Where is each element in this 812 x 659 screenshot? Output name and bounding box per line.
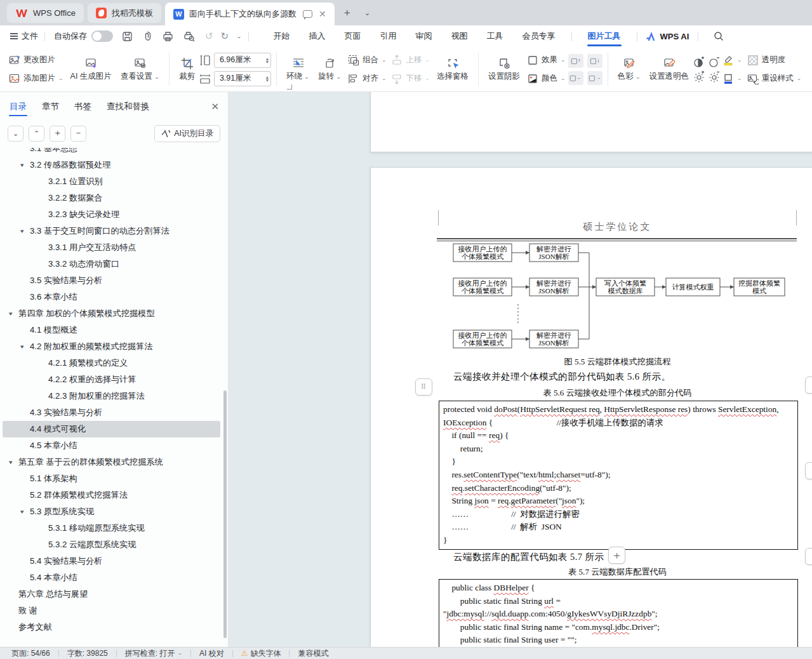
file-menu[interactable]: 文件 [10,25,38,47]
tone-button[interactable]: 色彩 ⌄ [613,51,645,87]
menu-insert[interactable]: 插入 [300,30,335,42]
toc-item[interactable]: ▼3.3 基于交互时间窗口的动态分割算法 [3,223,220,239]
ai-generate-picture-button[interactable]: AI 生成图片 [66,51,116,87]
new-tab-button[interactable]: ＋ [339,4,356,21]
wrap-dropdown-icon[interactable]: ⌄ [304,74,309,80]
search-icon[interactable] [714,25,724,47]
toc-item[interactable]: 5.4 本章小结 [3,569,220,586]
group-button[interactable]: 组合 ⌄ [345,53,389,68]
color-dropdown-icon[interactable]: ⌄ [561,76,566,81]
sidebar-tab-bookmarks[interactable]: 书签 [74,93,92,121]
change-picture-button[interactable]: 更改图片 [6,53,66,68]
menu-reference[interactable]: 引用 [371,30,406,42]
toc-item[interactable]: 5.1 体系架构 [3,470,220,487]
autosave-toggle[interactable] [91,30,113,42]
effects-button[interactable]: 效果 ⌄ [524,53,568,68]
toc-collapse-arrow-icon[interactable]: ▼ [19,229,26,234]
menu-page[interactable]: 页面 [335,30,371,42]
toc-item[interactable]: 5.3.2 云端原型系统实现 [3,536,220,553]
toc-collapse-arrow-icon[interactable]: ▼ [19,163,26,168]
word-count[interactable]: 字数: 39825 [67,648,108,659]
toc-item[interactable]: 3.2.1 位置识别 [3,173,220,190]
ai-recognize-toc-button[interactable]: AI识别目录 [154,125,220,142]
add-picture-button[interactable]: 添加图片 ⌄ [6,71,66,86]
toc-item[interactable]: 3.6 本章小结 [3,289,220,305]
toc-item[interactable]: 致 谢 [3,602,220,619]
page-current[interactable]: 硕士学位论文 接收用户上传的个体频繁模式解密并进行JSON解析接收用户上传的个体… [370,167,812,647]
sidebar-tab-toc[interactable]: 目录 [9,93,27,121]
transparency-button[interactable]: 透明度 [745,53,804,68]
toc-item[interactable]: ▼第五章 基于云的群体频繁模式挖掘系统 [3,454,220,470]
toc-collapse-arrow-icon[interactable]: ▼ [19,509,26,515]
toc-expand-down-button[interactable]: ⌄ [8,126,23,142]
tone-dropdown-icon[interactable]: ⌄ [636,74,641,80]
toc-collapse-up-button[interactable]: ⌃ [29,126,44,142]
toc-item[interactable]: 4.5 本章小结 [3,437,220,454]
decrease-brightness-button[interactable] [709,71,720,83]
selection-pane-button[interactable]: 选择窗格 [432,51,473,87]
increase-width-button[interactable]: ▢→ [587,71,602,85]
undo-icon[interactable]: ↺ [205,30,213,42]
size-dialog-launcher-icon[interactable] [287,84,292,90]
toc-item[interactable]: 3.3.1 用户交互活动特点 [3,239,220,256]
picture-width-input[interactable] [214,71,271,86]
toc-item[interactable]: 5.3.1 移动端原型系统实现 [3,520,220,536]
menu-view[interactable]: 视图 [442,30,477,42]
ai-proofread-button[interactable]: AI 校对 [199,648,224,659]
menu-home[interactable]: 开始 [264,30,300,42]
increase-height-button[interactable]: ▢↑ [568,54,583,68]
toc-item[interactable]: 4.4 模式可视化 [3,421,220,437]
redo-icon[interactable]: ↻ [221,30,229,42]
border-color-dropdown-icon[interactable]: ⌄ [737,76,742,81]
page-indicator[interactable]: 页面: 54/66 [11,648,50,659]
toc-item[interactable]: ▼4.2 附加权重的频繁模式挖掘算法 [3,338,220,355]
toc-item[interactable]: 4.3 实验结果与分析 [3,404,220,421]
toc-item[interactable]: 3.2.2 数据聚合 [3,190,220,206]
view-settings-dropdown-icon[interactable]: ⌄ [154,74,159,80]
menu-tools[interactable]: 工具 [477,30,513,42]
toc-item[interactable]: 3.5 实验结果与分析 [3,272,220,289]
insert-row-plus-button[interactable]: ＋ [608,547,625,564]
wrap-button[interactable]: 环绕 ⌄ [282,51,314,87]
width-spinner[interactable]: ▲▼ [263,76,271,82]
spellcheck-status[interactable]: 拼写检查: 打开⌄ [125,648,182,659]
border-color-button[interactable]: ⌄ [720,71,745,86]
save-icon[interactable] [122,31,133,42]
undo-history-dropdown-icon[interactable]: ⌄ [236,34,241,39]
toc-item[interactable]: 3.1 基本思想 [3,148,220,157]
sidebar-close-icon[interactable]: ✕ [211,101,219,112]
align-button[interactable]: 对齐 ⌄ [345,71,389,86]
group-dropdown-icon[interactable]: ⌄ [382,58,387,63]
toc-collapse-arrow-icon[interactable]: ▼ [8,460,15,465]
menu-membership[interactable]: 会员专享 [513,30,565,42]
side-tool-button[interactable] [805,376,812,394]
toc-collapse-arrow-icon[interactable]: ▼ [8,311,15,317]
toc-collapse-arrow-icon[interactable]: ▼ [19,344,26,350]
rotate-dropdown-icon[interactable]: ⌄ [336,74,341,80]
toc-item[interactable]: 3.2.3 缺失记录处理 [3,206,220,223]
spellcheck-dropdown-icon[interactable]: ⌄ [177,651,182,656]
add-picture-dropdown-icon[interactable]: ⌄ [58,76,63,81]
toc-item[interactable]: 5.2 群体频繁模式挖掘算法 [3,487,220,503]
reset-style-button[interactable]: 重设样式 ⌄ [745,71,804,86]
compatibility-mode[interactable]: 兼容模式 [298,648,328,659]
toc-expand-all-button[interactable]: ＋ [50,126,65,142]
color-button[interactable]: 颜色 ⌄ [524,71,568,86]
align-dropdown-icon[interactable]: ⌄ [382,76,387,81]
table-drag-handle[interactable]: ⠿ [415,378,432,396]
side-tool-button[interactable] [805,462,812,479]
toc-item[interactable]: 4.2.1 频繁模式的定义 [3,355,220,371]
picture-height-input[interactable] [214,53,271,68]
menu-wps-ai[interactable]: WPS AI [644,25,692,47]
crop-button[interactable]: 裁剪 [175,51,199,87]
toc-item[interactable]: 3.3.2 动态滑动窗口 [3,256,220,272]
tab-document-active[interactable]: W 面向手机上下文的纵向多源数 ✕ [165,3,335,25]
toc-item[interactable]: 第六章 总结与展望 [3,586,220,602]
sidebar-tab-chapters[interactable]: 章节 [41,93,60,121]
view-settings-button[interactable]: 查看设置 ⌄ [116,51,164,87]
decrease-contrast-button[interactable] [709,57,720,68]
missing-font-warning[interactable]: ⚠缺失字体 [241,648,281,659]
toc-item[interactable]: 5.4 实验结果与分析 [3,553,220,569]
sidebar-tab-find-replace[interactable]: 查找和替换 [106,93,150,121]
toc-item[interactable]: ▼第四章 加权的个体频繁模式挖掘模型 [3,305,220,322]
